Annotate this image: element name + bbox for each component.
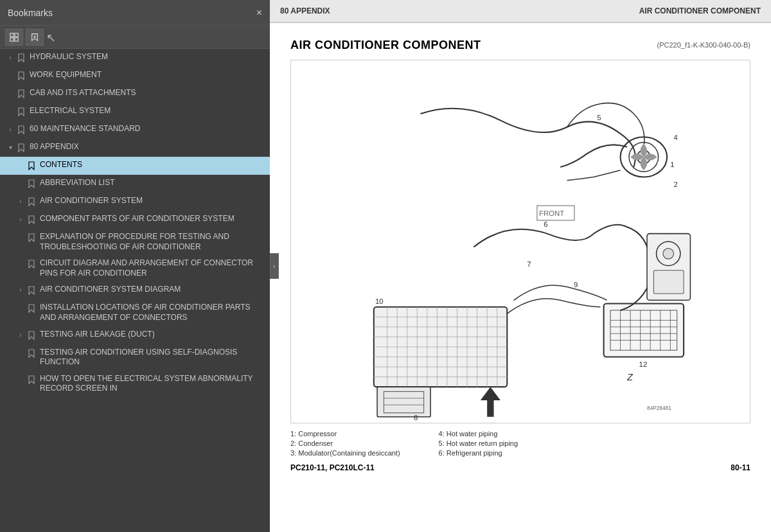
diagram-container: 12 [290,60,750,423]
svg-text:2: 2 [674,181,678,188]
bookmark-item-appendix[interactable]: 80 APPENDIX [0,139,270,157]
bookmark-label-testing-leakage: TESTING AIR LEAKAGE (DUCT) [37,330,265,340]
bookmark-label-electrical-record: HOW TO OPEN THE ELECTRICAL SYSTEM ABNORM… [37,374,265,394]
svg-rect-68 [653,270,684,294]
bookmark-item-maintenance[interactable]: 60 MAINTENANCE STANDARD [0,121,270,139]
caption-item-3: 3: Modulator(Containing desiccant) [290,449,400,457]
svg-text:Z: Z [626,372,634,382]
close-button[interactable]: × [256,8,262,18]
caption-item-6: 6: Refrigerant piping [439,449,518,457]
bookmark-item-ac-system[interactable]: AIR CONDITIONER SYSTEM [0,193,270,211]
svg-rect-0 [10,33,13,36]
svg-text:9: 9 [574,281,578,288]
bookmarks-panel: Bookmarks × ↖ HYDRAULIC SYSTEM WORK EQ [0,0,270,532]
expand-arrow-maintenance[interactable] [5,124,15,134]
bookmark-add-icon [30,32,39,42]
bookmark-icon-abbreviation [26,178,37,188]
bookmark-view-button[interactable] [5,29,23,46]
expand-arrow-ac-system[interactable] [15,196,26,206]
svg-text:1: 1 [670,161,674,168]
bookmark-icon-electrical [15,106,27,116]
bookmark-item-electrical-record[interactable]: HOW TO OPEN THE ELECTRICAL SYSTEM ABNORM… [0,371,270,397]
expand-arrow-appendix[interactable] [5,142,15,152]
bookmark-label-appendix: 80 APPENDIX [27,142,265,152]
expand-arrow-testing-leakage[interactable] [15,330,26,339]
doc-part-code: (PC220_f1-K-K300-040-00-B) [657,41,750,49]
svg-rect-10 [604,304,684,357]
document-panel: 80 APPENDIX AIR CONDITIONER COMPONENT (P… [270,0,771,532]
svg-rect-2 [10,37,13,40]
caption-item-2: 2: Condenser [290,439,400,447]
svg-text:7: 7 [527,260,531,268]
svg-rect-3 [15,37,18,40]
bookmark-item-circuit-diagram[interactable]: CIRCUIT DIAGRAM AND ARRANGEMENT OF CONNE… [0,255,270,281]
ac-component-diagram: 12 [291,60,750,420]
svg-rect-1 [15,33,18,36]
bookmark-item-testing-self[interactable]: TESTING AIR CONDITIONER USING SELF-DIAGN… [0,344,270,371]
bookmark-icon-ac-system-diagram [26,285,37,295]
svg-point-67 [663,248,674,259]
svg-text:8: 8 [414,414,418,420]
bookmark-icon-component-parts [26,214,37,224]
caption-item-4: 4: Hot water piping [439,430,518,438]
bookmark-label-contents: CONTENTS [37,160,265,170]
bookmark-grid-icon [10,32,19,42]
bookmark-item-abbreviation[interactable]: ABBREVIATION LIST [0,175,270,193]
bookmark-label-ac-system-diagram: AIR CONDITIONER SYSTEM DIAGRAM [37,285,265,295]
caption-col-2: 4: Hot water piping 5: Hot water return … [439,430,518,457]
doc-caption: 1: Compressor 2: Condenser 3: Modulator(… [290,430,750,457]
doc-footer: PC210-11, PC210LC-11 80-11 [290,463,750,472]
bookmark-item-testing-leakage[interactable]: TESTING AIR LEAKAGE (DUCT) [0,326,270,344]
bookmarks-header: Bookmarks × [0,0,270,26]
document-content[interactable]: (PC220_f1-K-K300-040-00-B) AIR CONDITION… [270,23,771,532]
svg-text:84P28481: 84P28481 [647,405,671,411]
doc-title-section: (PC220_f1-K-K300-040-00-B) AIR CONDITION… [290,39,750,52]
bookmark-label-abbreviation: ABBREVIATION LIST [37,178,265,188]
expand-arrow-ac-system-diagram[interactable] [15,285,26,294]
bookmark-item-work-equipment[interactable]: WORK EQUIPMENT [0,67,270,85]
collapse-panel-handle[interactable]: ‹ [270,253,279,279]
caption-item-5: 5: Hot water return piping [439,439,518,447]
expand-arrow-component-parts[interactable] [15,214,26,224]
bookmark-label-circuit-diagram: CIRCUIT DIAGRAM AND ARRANGEMENT OF CONNE… [37,258,265,278]
toolbar: ↖ [0,26,270,49]
bookmark-icon-appendix [15,142,27,152]
bookmark-label-component-parts: COMPONENT PARTS OF AIR CONDITIONER SYSTE… [37,214,265,224]
svg-text:6: 6 [544,220,547,228]
bookmark-icon-maintenance [15,124,27,134]
svg-text:10: 10 [375,297,384,305]
doc-footer-page: 80-11 [731,463,750,472]
bookmark-item-hydraulic[interactable]: HYDRAULIC SYSTEM [0,49,270,67]
bookmark-item-installation[interactable]: INSTALLATION LOCATIONS OF AIR CONDITIONE… [0,299,270,326]
bookmark-label-work-equipment: WORK EQUIPMENT [27,70,265,80]
bookmark-label-hydraulic: HYDRAULIC SYSTEM [27,52,265,62]
bookmark-label-electrical: ELECTRICAL SYSTEM [27,106,265,116]
doc-header-title: AIR CONDITIONER COMPONENT [639,6,761,15]
bookmark-item-component-parts[interactable]: COMPONENT PARTS OF AIR CONDITIONER SYSTE… [0,211,270,229]
caption-col-1: 1: Compressor 2: Condenser 3: Modulator(… [290,430,400,457]
bookmark-label-cab-attachments: CAB AND ITS ATTACHMENTS [27,88,265,98]
svg-text:12: 12 [639,360,648,368]
bookmark-label-testing-self: TESTING AIR CONDITIONER USING SELF-DIAGN… [37,348,265,368]
svg-text:4: 4 [674,134,678,141]
bookmark-item-ac-system-diagram[interactable]: AIR CONDITIONER SYSTEM DIAGRAM [0,281,270,299]
bookmark-icon-circuit-diagram [26,258,37,269]
bookmark-icon-contents [26,160,37,170]
expand-arrow-hydraulic[interactable] [5,52,15,62]
bookmark-icon-installation [26,303,37,313]
caption-item-1: 1: Compressor [290,430,400,438]
bookmark-label-explanation: EXPLANATION OF PROCEDURE FOR TESTING AND… [37,232,265,252]
bookmark-add-button[interactable] [26,29,44,46]
bookmark-icon-work-equipment [15,70,27,80]
bookmark-item-cab-attachments[interactable]: CAB AND ITS ATTACHMENTS [0,85,270,103]
bookmark-item-electrical[interactable]: ELECTRICAL SYSTEM [0,103,270,121]
bookmark-icon-electrical-record [26,374,37,384]
bookmark-label-installation: INSTALLATION LOCATIONS OF AIR CONDITIONE… [37,303,265,323]
bookmark-icon-ac-system [26,196,37,206]
bookmark-item-contents[interactable]: CONTENTS [0,157,270,175]
bookmark-icon-testing-leakage [26,330,37,340]
bookmark-label-maintenance: 60 MAINTENANCE STANDARD [27,124,265,134]
bookmark-item-explanation[interactable]: EXPLANATION OF PROCEDURE FOR TESTING AND… [0,229,270,255]
svg-text:5: 5 [597,114,601,121]
bookmarks-title: Bookmarks [8,8,53,18]
